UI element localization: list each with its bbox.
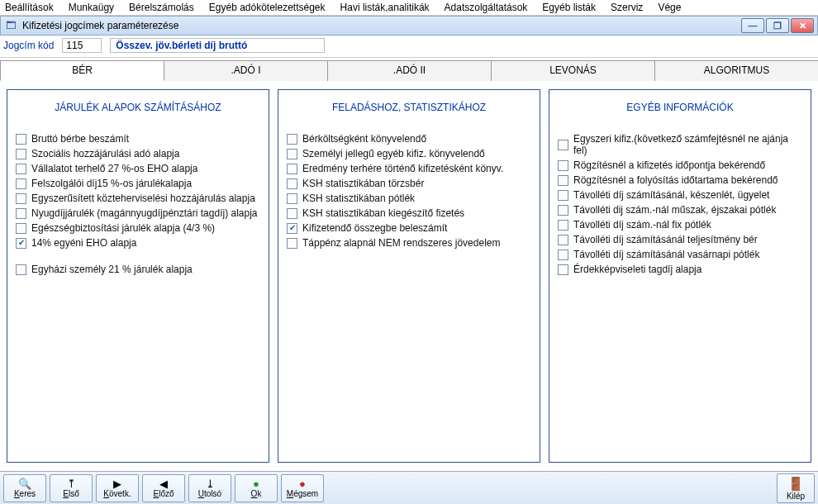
checkbox-icon — [16, 193, 26, 204]
checkbox-label: Rögzítésnél a folyósítás időtartama beké… — [573, 174, 778, 186]
tabs: BÉR .ADÓ I .ADÓ II LEVONÁS ALGORITMUS — [0, 58, 818, 81]
checkbox-label: Felszolgálói díj15 %-os járulékalapja — [31, 178, 192, 189]
checkbox-label: Egyházi személy 21 % járulék alapja — [31, 264, 193, 275]
checkbox-icon — [287, 149, 297, 159]
checkbox-icon — [558, 205, 568, 216]
tab-ado1[interactable]: .ADÓ I — [164, 60, 328, 81]
chk-mid-3[interactable]: KSH statisztikában törzsbér — [287, 178, 531, 189]
checkbox-icon — [287, 208, 297, 219]
tab-ado2[interactable]: .ADÓ II — [327, 60, 492, 81]
close-button[interactable]: ✕ — [791, 18, 814, 33]
checkbox-icon — [16, 208, 26, 219]
tab-content: JÁRULÉK ALAPOK SZÁMÍTÁSÁHOZ Bruttó bérbe… — [0, 81, 818, 471]
menu-vege[interactable]: Vége — [658, 2, 681, 13]
menu-havilistak[interactable]: Havi listák,analitikák — [340, 2, 430, 13]
last-icon: ⤓ — [206, 478, 215, 489]
checkbox-label: Távolléti díj számításánál teljesítmény … — [573, 234, 758, 245]
chk-mid-4[interactable]: KSH statisztikában pótlék — [287, 193, 531, 204]
checkbox-icon — [16, 223, 26, 234]
menu-beallitasok[interactable]: Beállítások — [5, 2, 54, 13]
chk-right-6[interactable]: Távolléti díj számításánál teljesítmény … — [558, 234, 802, 245]
checkbox-icon — [558, 190, 568, 201]
btn-keres[interactable]: 🔍Keres — [3, 474, 46, 502]
chk-right-7[interactable]: Távolléti díj számításánál vasárnapi pót… — [558, 249, 802, 260]
menu-adatszolg[interactable]: Adatszolgáltatások — [445, 2, 528, 13]
menu-munkaugy[interactable]: Munkaügy — [69, 2, 114, 13]
chk-right-3[interactable]: Távolléti díj számításánál, készenlét, ü… — [558, 189, 802, 201]
checkbox-label: KSH statisztikában törzsbér — [302, 178, 424, 189]
checkbox-label: Személyi jellegű egyéb kifiz. könyvelend… — [302, 148, 485, 159]
description-input[interactable]: Összev. jöv.bérleti díj bruttó — [110, 38, 325, 53]
btn-elozo[interactable]: ◀Előző — [142, 474, 185, 502]
checkbox-label: Egészségbiztosítási járulék alapja (4/3 … — [31, 222, 215, 234]
chk-right-1[interactable]: Rögzítésnél a kifizetés időpontja bekére… — [558, 159, 802, 171]
menu-egyeblistak[interactable]: Egyéb listák — [542, 2, 596, 13]
code-input[interactable]: 115 — [62, 38, 102, 53]
checkbox-label: Vállalatot terhelő 27 %-os EHO alapja — [31, 163, 197, 174]
checkbox-label: Bruttó bérbe beszámít — [31, 133, 129, 145]
cancel-icon: ● — [299, 478, 306, 489]
chk-mid-1[interactable]: Személyi jellegű egyéb kifiz. könyvelend… — [287, 148, 531, 159]
tab-algoritmus[interactable]: ALGORITMUS — [654, 60, 818, 81]
checkbox-icon — [16, 178, 26, 189]
checkbox-label: Táppénz alapnál NEM rendszeres jövedelem — [302, 237, 500, 249]
chk-left-2[interactable]: Vállalatot terhelő 27 %-os EHO alapja — [16, 163, 260, 174]
tab-ber[interactable]: BÉR — [0, 60, 164, 81]
chk-left-5[interactable]: Nyugdíjjárulék (magánnyugdíjpénztári tag… — [16, 207, 260, 219]
checkbox-label: Távolléti díj szám.-nál fix pótlék — [573, 219, 711, 231]
checkbox-label: KSH statisztikában pótlék — [302, 193, 415, 204]
chk-mid-2[interactable]: Eredmény terhére történő kifizetésként k… — [287, 163, 531, 174]
menu-szerviz[interactable]: Szerviz — [611, 2, 643, 13]
chk-right-2[interactable]: Rögzítésnél a folyósítás időtartama beké… — [558, 174, 802, 186]
checkbox-label: Egyszeri kifiz.(következő számfejtésnél … — [573, 133, 802, 156]
checkbox-icon — [16, 134, 26, 145]
prev-icon: ◀ — [159, 478, 168, 489]
panel-jarulek: JÁRULÉK ALAPOK SZÁMÍTÁSÁHOZ Bruttó bérbe… — [7, 89, 269, 463]
chk-left-3[interactable]: Felszolgálói díj15 %-os járulékalapja — [16, 178, 260, 189]
panel-egyeb: EGYÉB INFORMÁCIÓK Egyszeri kifiz.(követk… — [549, 89, 811, 463]
btn-utolso[interactable]: ⤓Utolsó — [188, 474, 231, 502]
checkbox-icon — [558, 175, 568, 186]
chk-mid-0[interactable]: Bérköltségként könyvelendő — [287, 133, 531, 145]
checkbox-label: Távolléti dij szám.-nál műszak, éjszakai… — [573, 204, 776, 216]
chk-right-5[interactable]: Távolléti díj szám.-nál fix pótlék — [558, 219, 802, 231]
chk-left-6[interactable]: Egészségbiztosítási járulék alapja (4/3 … — [16, 222, 260, 234]
checkbox-label: Nyugdíjjárulék (magánnyugdíjpénztári tag… — [31, 207, 258, 219]
checkbox-icon — [287, 178, 297, 189]
code-label: Jogcím kód — [3, 40, 54, 51]
menu-egyebado[interactable]: Egyéb adókötelezettségek — [209, 2, 326, 13]
chk-left-0[interactable]: Bruttó bérbe beszámít — [16, 133, 260, 145]
chk-left-4[interactable]: Egyszerűsített közteherviselési hozzájár… — [16, 193, 260, 204]
checkbox-icon — [558, 160, 568, 171]
chk-right-8[interactable]: Érdekképviseleti tagdíj alapja — [558, 264, 802, 275]
btn-kovetk[interactable]: ▶Követk. — [96, 474, 139, 502]
checkbox-icon — [287, 238, 297, 249]
chk-left-extra-0[interactable]: Egyházi személy 21 % járulék alapja — [16, 264, 260, 275]
chk-right-4[interactable]: Távolléti dij szám.-nál műszak, éjszakai… — [558, 204, 802, 216]
chk-mid-7[interactable]: Táppénz alapnál NEM rendszeres jövedelem — [287, 237, 531, 249]
checkbox-label: Rögzítésnél a kifizetés időpontja bekére… — [573, 159, 765, 171]
checkbox-label: Egyszerűsített közteherviselési hozzájár… — [31, 193, 255, 204]
chk-left-1[interactable]: Szociális hozzájárulási adó alapja — [16, 148, 260, 159]
tab-levonas[interactable]: LEVONÁS — [491, 60, 655, 81]
chk-left-7[interactable]: 14% egyéni EHO alapja — [16, 237, 260, 249]
btn-ok[interactable]: ●Ok — [235, 474, 278, 502]
checkbox-icon — [287, 223, 297, 234]
panel-feladas: FELADÁSHOZ, STATISZTIKÁHOZ Bérköltségkén… — [278, 89, 540, 463]
exit-icon: 🚪 — [787, 476, 804, 492]
panel-egyeb-title: EGYÉB INFORMÁCIÓK — [558, 102, 802, 113]
menu-berelszamolas[interactable]: Bérelszámolás — [129, 2, 194, 13]
chk-mid-5[interactable]: KSH statisztikában kiegészítő fizetés — [287, 207, 531, 219]
checkbox-icon — [16, 164, 26, 174]
minimize-button[interactable]: — — [741, 18, 764, 33]
btn-kilep[interactable]: 🚪Kilép — [777, 473, 815, 503]
checkbox-label: Érdekképviseleti tagdíj alapja — [573, 264, 701, 275]
checkbox-label: KSH statisztikában kiegészítő fizetés — [302, 207, 464, 219]
chk-mid-6[interactable]: Kifizetendő összegbe beleszámít — [287, 222, 531, 234]
chk-right-0[interactable]: Egyszeri kifiz.(következő számfejtésnél … — [558, 133, 802, 156]
btn-megsem[interactable]: ●Mégsem — [281, 474, 324, 502]
maximize-button[interactable]: ❐ — [766, 18, 789, 33]
checkbox-label: Kifizetendő összegbe beleszámít — [302, 222, 447, 234]
btn-elso[interactable]: ⤒Első — [50, 474, 93, 502]
checkbox-label: Eredmény terhére történő kifizetésként k… — [302, 163, 503, 174]
